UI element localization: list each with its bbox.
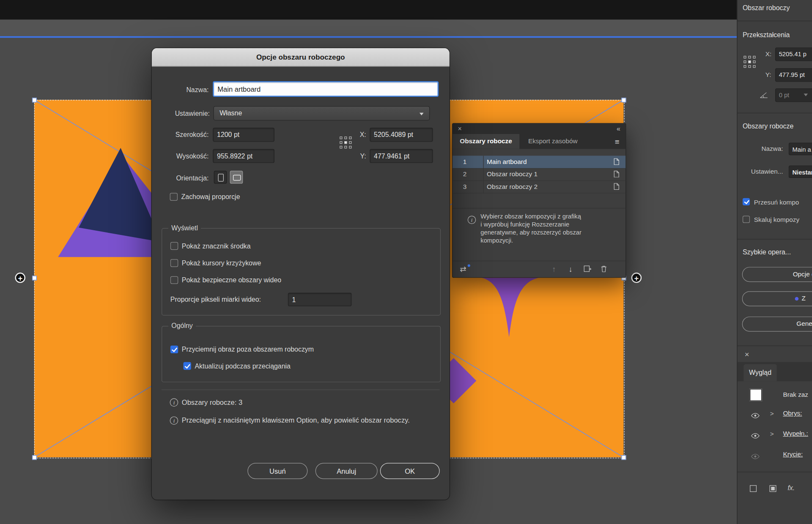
display-legend: Wyświetl [168, 224, 201, 232]
expand-chevron-icon[interactable]: > [770, 410, 774, 418]
artboard-row[interactable]: 3 Obszar roboczy 2 [453, 180, 625, 194]
generative-button[interactable]: Gene [742, 317, 812, 331]
artboard-row-name[interactable]: Obszar roboczy 1 [487, 168, 538, 180]
generative-dot [795, 297, 799, 301]
delete-artboard-icon[interactable] [601, 265, 607, 274]
name-input[interactable] [213, 81, 439, 97]
artboard-options-button-label: Opcje obs [793, 267, 812, 281]
y-label: Y: [357, 150, 366, 163]
preset-label: Ustawienie: [152, 107, 210, 120]
opacity-link[interactable]: Krycie: [783, 450, 803, 458]
width-input[interactable] [213, 128, 274, 142]
fill-link[interactable]: Wypełn.: [783, 430, 808, 437]
close-icon[interactable]: × [745, 349, 749, 358]
visibility-eye-icon[interactable] [751, 431, 760, 441]
artboard-row-name[interactable]: Obszar roboczy 2 [487, 180, 538, 193]
artboard-row[interactable]: 2 Obszar roboczy 1 [453, 168, 625, 181]
selection-handle[interactable] [32, 276, 37, 280]
reference-point-icon[interactable] [743, 56, 755, 68]
selection-handle[interactable] [32, 455, 37, 460]
preset-value: Własne [219, 109, 242, 117]
artboard-row-name[interactable]: Main artboard [487, 156, 527, 168]
artboards-heading: Obszary robocze [743, 122, 793, 130]
artboard-options-button[interactable]: Opcje obs [742, 267, 812, 282]
fx-icon[interactable]: fx. [787, 484, 795, 492]
selection-handle[interactable] [32, 98, 37, 102]
move-artwork-checkbox[interactable] [743, 198, 750, 205]
update-while-drag-checkbox[interactable] [183, 362, 191, 370]
artboard-row-number: 1 [463, 156, 467, 168]
transform-heading: Przekształcenia [743, 31, 790, 38]
orientation-label: Orientacja: [152, 172, 209, 185]
visibility-eye-icon[interactable] [751, 411, 760, 420]
chevron-down-icon [804, 94, 808, 96]
panel-menu-icon[interactable]: ≡ [615, 134, 620, 149]
selection-handle[interactable] [621, 455, 626, 460]
name-label: Nazwa: [152, 83, 209, 97]
preset-select[interactable]: Własne [213, 106, 430, 120]
artboard-row-number: 3 [463, 180, 467, 193]
show-center-label: Pokaż znacznik środka [182, 242, 251, 251]
height-input[interactable] [213, 149, 274, 163]
delete-button[interactable]: Usuń [247, 463, 307, 479]
quick-actions-heading: Szybkie opera... [743, 248, 791, 256]
orientation-portrait-button[interactable] [214, 171, 227, 184]
new-artboard-icon[interactable] [584, 265, 592, 274]
collapse-icon[interactable]: « [617, 124, 620, 134]
show-center-checkbox[interactable] [170, 242, 178, 250]
x-field[interactable]: 5205.41 p [775, 48, 812, 61]
ratio-label: Proporcje pikseli miarki wideo: [170, 295, 261, 304]
show-crosshairs-checkbox[interactable] [170, 259, 178, 267]
artboard-count-text: Obszary robocze: 3 [182, 398, 242, 407]
stroke-link[interactable]: Obrys: [783, 409, 802, 417]
tab-appearance[interactable]: Wygląd [743, 364, 776, 381]
ok-button[interactable]: OK [380, 463, 440, 479]
move-artwork-label: Przesuń kompo [754, 199, 799, 206]
x-input[interactable] [370, 128, 433, 142]
cancel-button[interactable]: Anuluj [315, 463, 378, 479]
close-icon[interactable]: × [458, 124, 461, 134]
move-down-icon[interactable]: ↓ [568, 264, 572, 274]
tab-artboards[interactable]: Obszary robocze [453, 134, 519, 149]
update-while-drag-label: Aktualizuj podczas przeciągania [195, 362, 291, 371]
orientation-landscape-button[interactable] [230, 171, 243, 184]
scale-artwork-checkbox[interactable] [743, 216, 750, 223]
tab-export-assets[interactable]: Eksport zasobów [521, 134, 585, 149]
generative-expand-button-label: Z [802, 292, 806, 306]
artboard-row-number: 2 [463, 168, 467, 180]
reference-point-icon[interactable] [340, 136, 351, 148]
info-icon: i [170, 416, 178, 425]
move-up-icon[interactable]: ↑ [552, 264, 556, 274]
ratio-input[interactable] [288, 293, 352, 306]
landscape-icon [233, 175, 241, 180]
constrain-checkbox[interactable] [170, 193, 178, 201]
add-artboard-right-icon[interactable]: + [631, 273, 642, 283]
portrait-icon [218, 174, 224, 181]
duplicate-style-icon[interactable] [770, 485, 776, 492]
add-artboard-left-icon[interactable]: + [15, 273, 25, 283]
fade-checkbox[interactable] [170, 346, 178, 353]
properties-sidebar: Obszar roboczy Przekształcenia X: 5205.4… [737, 0, 812, 524]
duplicate-hint-text: Przeciągnij z naciśniętym klawiszem Opti… [182, 415, 425, 426]
artboards-panel: × « Obszary robocze Eksport zasobów ≡ 1 … [452, 123, 626, 278]
app-titlebar [0, 0, 737, 20]
artboard-options-dialog: Opcje obszaru roboczego Nazwa: Ustawieni… [152, 48, 450, 500]
artboard-row[interactable]: 1 Main artboard [453, 156, 625, 169]
fill-swatch[interactable] [750, 389, 762, 401]
chevron-down-icon [420, 113, 424, 115]
global-group: Ogólny Przyciemnij obraz poza obszarem r… [162, 326, 441, 382]
generative-expand-button[interactable]: Z [742, 291, 812, 306]
name-field[interactable]: Main a [789, 143, 812, 155]
scale-artwork-label: Skaluj kompozy [754, 216, 799, 224]
show-safe-areas-checkbox[interactable] [170, 276, 178, 284]
rearrange-artboards-icon[interactable]: ⇄ [460, 264, 466, 274]
visibility-eye-icon[interactable] [751, 452, 760, 461]
expand-chevron-icon[interactable]: > [770, 430, 774, 437]
y-field[interactable]: 477.95 pt [775, 68, 812, 82]
preset-field[interactable]: Niestan [789, 166, 812, 178]
page-icon [614, 183, 619, 191]
selection-handle[interactable] [621, 98, 626, 102]
illustrator-window: + + × « Obszary robocze Eksport zasobów … [0, 0, 812, 524]
y-input[interactable] [370, 149, 433, 163]
new-effect-icon[interactable] [750, 485, 757, 492]
